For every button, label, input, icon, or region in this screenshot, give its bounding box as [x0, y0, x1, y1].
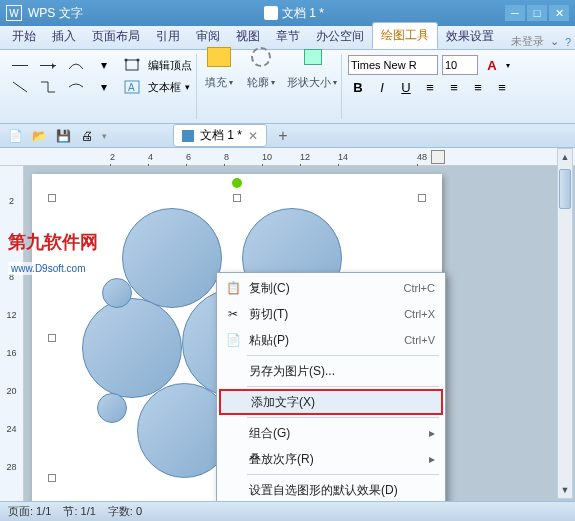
svg-text:A: A	[128, 82, 135, 93]
svg-point-1	[125, 59, 128, 62]
ruler-tick: 24	[6, 424, 16, 462]
horizontal-ruler[interactable]: 2 4 6 8 10 12 14 48	[0, 148, 575, 166]
underline-button[interactable]: U	[396, 77, 416, 97]
shapes-dropdown[interactable]: ▾	[92, 54, 116, 76]
resize-handle[interactable]	[48, 194, 56, 202]
curve-tool[interactable]	[64, 54, 88, 76]
menu-label: 粘贴(P)	[249, 332, 289, 349]
tab-references[interactable]: 引用	[148, 24, 188, 49]
quick-access-bar: 📄 📂 💾 🖨 ▾ 文档 1 * ✕ +	[0, 124, 575, 148]
italic-button[interactable]: I	[372, 77, 392, 97]
shape-circle[interactable]	[97, 393, 127, 423]
tab-start[interactable]: 开始	[4, 24, 44, 49]
scroll-thumb[interactable]	[559, 169, 571, 209]
app-name: WPS 文字	[28, 5, 83, 22]
print-button[interactable]: 🖨	[78, 127, 96, 145]
shape-circle[interactable]	[102, 278, 132, 308]
ruler-tick: 8	[224, 152, 262, 162]
vertical-scrollbar[interactable]: ▲ ▼	[557, 148, 573, 499]
shape-size-button[interactable]	[296, 41, 328, 73]
font-color-dropdown[interactable]: ▾	[506, 61, 510, 70]
menu-add-text[interactable]: 添加文字(X)	[219, 389, 443, 415]
resize-handle[interactable]	[48, 334, 56, 342]
tab-effect-settings[interactable]: 效果设置	[438, 24, 502, 49]
maximize-button[interactable]: □	[527, 5, 547, 21]
copy-icon: 📋	[225, 280, 241, 296]
font-color-button[interactable]: A	[482, 55, 502, 75]
new-doc-button[interactable]: 📄	[6, 127, 24, 145]
menu-group[interactable]: 组合(G) ▸	[219, 420, 443, 446]
shape-circle[interactable]	[82, 298, 182, 398]
document-tab[interactable]: 文档 1 * ✕	[173, 124, 267, 147]
title-doc: 文档 1 *	[83, 5, 505, 22]
font-name-select[interactable]	[348, 55, 438, 75]
ribbon: ▾ 编辑顶点 ▾ A 文本框 ▾ 填充▾ 轮廓▾ 形状大小▾	[0, 50, 575, 124]
textbox-dropdown[interactable]: ▾	[185, 82, 190, 92]
ruler-tick: 14	[338, 152, 376, 162]
outline-button[interactable]	[245, 41, 277, 73]
add-tab-button[interactable]: +	[273, 126, 293, 146]
menu-cut[interactable]: ✂ 剪切(T) Ctrl+X	[219, 301, 443, 327]
doc-tab-close[interactable]: ✕	[248, 129, 258, 143]
align-right-button[interactable]: ≡	[468, 77, 488, 97]
connector-tool-2[interactable]	[36, 76, 60, 98]
save-button[interactable]: 💾	[54, 127, 72, 145]
status-words: 字数: 0	[108, 504, 142, 519]
scroll-down-icon[interactable]: ▼	[558, 482, 572, 498]
textbox-label[interactable]: 文本框	[148, 80, 181, 95]
help-icon[interactable]: ?	[565, 36, 571, 48]
resize-handle[interactable]	[233, 194, 241, 202]
menu-label: 复制(C)	[249, 280, 290, 297]
login-status[interactable]: 未登录	[511, 34, 544, 49]
shape-circle[interactable]	[122, 208, 222, 308]
connector-tool-3[interactable]	[64, 76, 88, 98]
open-button[interactable]: 📂	[30, 127, 48, 145]
context-menu: 📋 复制(C) Ctrl+C ✂ 剪切(T) Ctrl+X 📄 粘贴(P) Ct…	[216, 272, 446, 521]
tab-drawing-tools[interactable]: 绘图工具	[372, 22, 438, 49]
ruler-marker[interactable]	[431, 150, 445, 164]
textbox-icon[interactable]: A	[120, 76, 144, 98]
menu-copy[interactable]: 📋 复制(C) Ctrl+C	[219, 275, 443, 301]
tab-page-layout[interactable]: 页面布局	[84, 24, 148, 49]
tab-insert[interactable]: 插入	[44, 24, 84, 49]
outline-label: 轮廓	[247, 75, 269, 90]
ribbon-collapse-icon[interactable]: ⌄	[550, 35, 559, 48]
bold-button[interactable]: B	[348, 77, 368, 97]
ruler-tick: 2	[9, 196, 14, 234]
scroll-up-icon[interactable]: ▲	[558, 149, 572, 165]
menu-set-default[interactable]: 设置自选图形的默认效果(D)	[219, 477, 443, 503]
ribbon-style-group: 填充▾ 轮廓▾ 形状大小▾	[199, 54, 342, 119]
align-left-button[interactable]: ≡	[420, 77, 440, 97]
edit-vertex-icon[interactable]	[120, 54, 144, 76]
titlebar: W WPS 文字 文档 1 * ─ □ ✕	[0, 0, 575, 26]
align-justify-button[interactable]: ≡	[492, 77, 512, 97]
close-button[interactable]: ✕	[549, 5, 569, 21]
connector-tool-1[interactable]	[8, 76, 32, 98]
status-bar: 页面: 1/1 节: 1/1 字数: 0	[0, 501, 575, 521]
resize-handle[interactable]	[418, 194, 426, 202]
resize-handle[interactable]	[48, 474, 56, 482]
rotate-handle[interactable]	[232, 178, 242, 188]
doc-title-text: 文档 1 *	[282, 5, 324, 22]
arrow-tool[interactable]	[36, 54, 60, 76]
menu-paste[interactable]: 📄 粘贴(P) Ctrl+V	[219, 327, 443, 353]
vertical-ruler[interactable]: 2 4 8 12 16 20 24 28	[0, 166, 24, 506]
menu-order[interactable]: 叠放次序(R) ▸	[219, 446, 443, 472]
font-size-select[interactable]	[442, 55, 478, 75]
submenu-arrow-icon: ▸	[429, 426, 435, 440]
ruler-tick: 4	[148, 152, 186, 162]
fill-button[interactable]	[203, 41, 235, 73]
minimize-button[interactable]: ─	[505, 5, 525, 21]
line-tool[interactable]	[8, 54, 32, 76]
doc-tab-label: 文档 1 *	[200, 127, 242, 144]
menu-shortcut: Ctrl+C	[404, 282, 435, 294]
align-center-button[interactable]: ≡	[444, 77, 464, 97]
menu-separator	[247, 417, 439, 418]
doc-icon	[264, 6, 278, 20]
shapes-more[interactable]: ▾	[92, 76, 116, 98]
svg-point-2	[137, 59, 140, 62]
menu-save-as-image[interactable]: 另存为图片(S)...	[219, 358, 443, 384]
submenu-arrow-icon: ▸	[429, 452, 435, 466]
qa-dropdown[interactable]: ▾	[102, 131, 107, 141]
menu-shortcut: Ctrl+X	[404, 308, 435, 320]
